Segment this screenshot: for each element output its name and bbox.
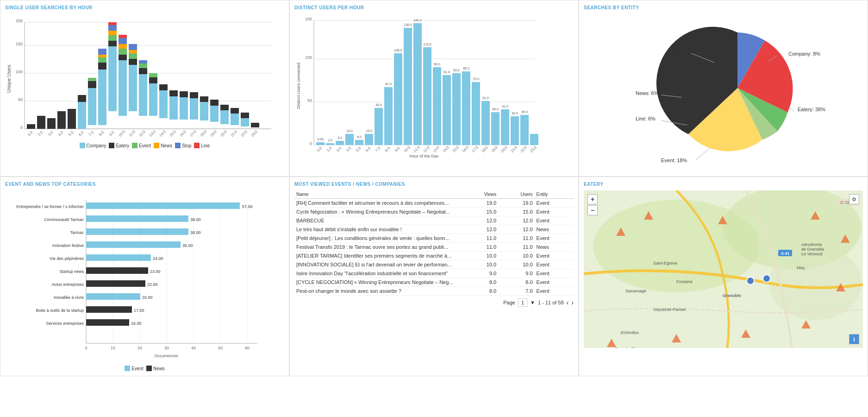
svg-text:106.0: 106.0 <box>394 49 402 52</box>
bar-chart-svg: Unique Users 0 50 100 150 200 <box>5 14 274 139</box>
svg-text:11.0: 11.0 <box>128 129 137 138</box>
svg-text:10: 10 <box>111 346 115 350</box>
svg-rect-17 <box>68 109 76 129</box>
map-zoom-controls[interactable]: + − <box>587 194 598 215</box>
row-name: [ATELIER TARMAC] Identifier ses premiers… <box>294 252 462 260</box>
svg-rect-67 <box>231 108 239 114</box>
event-news-categories-title: EVENT AND NEWS TOP CATEGORIES <box>5 182 284 187</box>
svg-text:15.0: 15.0 <box>169 129 177 138</box>
row-views: 9.0 <box>462 269 498 278</box>
svg-text:41.0: 41.0 <box>502 105 508 108</box>
svg-text:0: 0 <box>20 125 23 130</box>
svg-rect-123 <box>404 28 412 145</box>
svg-text:38.00: 38.00 <box>190 217 201 222</box>
svg-text:5.0: 5.0 <box>68 130 75 137</box>
row-entity: News <box>535 225 574 234</box>
svg-text:14.0: 14.0 <box>442 145 450 153</box>
svg-text:38.00: 38.00 <box>190 230 201 235</box>
svg-text:16.0: 16.0 <box>462 145 470 153</box>
col-users: Users <box>498 190 534 199</box>
svg-text:30: 30 <box>164 346 169 350</box>
svg-text:60: 60 <box>245 346 250 350</box>
row-views: 12.0 <box>462 216 498 225</box>
svg-rect-61 <box>200 96 208 102</box>
most-viewed-table-container: Name Views Users Entity [RH] Comment fac… <box>294 190 574 296</box>
distinct-users-title: DISTINCT USERS PER HOUR <box>294 5 574 10</box>
eatery-map: A 41 D 1090 Saint-Egreve Sassenage Seyss… <box>584 190 863 348</box>
svg-rect-227 <box>86 306 132 313</box>
row-users: 11.0 <box>498 234 534 243</box>
svg-rect-141 <box>491 112 500 145</box>
prev-page-btn[interactable]: ‹ <box>567 299 569 306</box>
svg-text:16.00: 16.00 <box>131 321 142 326</box>
svg-rect-29 <box>108 41 117 46</box>
svg-text:Animation festive: Animation festive <box>52 243 84 248</box>
svg-text:19.0: 19.0 <box>491 145 499 153</box>
svg-text:2.0: 2.0 <box>326 146 333 153</box>
col-name: Name <box>294 190 462 199</box>
svg-text:67.0: 67.0 <box>385 82 392 86</box>
most-viewed-title: MOST VIEWED EVENTS / NEWS / COMPANIES <box>294 182 574 187</box>
zoom-in-button[interactable]: + <box>587 194 598 204</box>
svg-rect-39 <box>119 35 127 38</box>
h-bar-svg: 0 10 20 30 40 50 60 Occurrences Entrepre… <box>5 190 283 362</box>
svg-rect-51 <box>149 73 157 77</box>
map-info-button[interactable]: i <box>849 334 859 344</box>
svg-text:3.0: 3.0 <box>336 146 343 153</box>
svg-text:News: 6%: News: 6% <box>636 90 659 96</box>
row-users: 10.0 <box>498 260 534 269</box>
legend-event-h-label: Event <box>131 366 144 371</box>
svg-rect-145 <box>511 116 519 145</box>
legend-line-color <box>194 143 200 148</box>
svg-rect-57 <box>180 91 188 97</box>
row-users: 9.0 <box>498 269 534 278</box>
legend-event-color <box>132 143 137 148</box>
distinct-users-chart: Distinct Users connected 0 50 100 150 3.… <box>294 14 574 158</box>
legend-event-h-color <box>125 366 130 371</box>
svg-text:13.0: 13.0 <box>346 129 353 133</box>
searches-by-entity-title: SEARCHES BY ENTITY <box>584 5 863 10</box>
svg-text:33.0: 33.0 <box>512 112 518 115</box>
svg-rect-113 <box>355 140 363 145</box>
row-entity: Event <box>535 252 574 260</box>
next-page-btn[interactable]: › <box>571 299 574 306</box>
svg-text:Occurrences: Occurrences <box>154 354 178 358</box>
svg-text:23.0: 23.0 <box>250 129 259 138</box>
svg-rect-44 <box>129 44 137 50</box>
eatery-map-title: EATERY <box>584 182 863 187</box>
svg-rect-22 <box>88 78 96 81</box>
row-users: 11.0 <box>498 243 534 252</box>
svg-text:13.0: 13.0 <box>149 129 157 138</box>
svg-text:35.0: 35.0 <box>521 110 528 114</box>
svg-text:19.0: 19.0 <box>210 129 218 138</box>
svg-text:17.00: 17.00 <box>134 308 144 313</box>
svg-text:Unique Users: Unique Users <box>6 65 12 93</box>
zoom-out-button[interactable]: − <box>587 205 598 215</box>
svg-rect-221 <box>86 280 145 287</box>
svg-text:85.0: 85.0 <box>463 67 469 70</box>
svg-line-184 <box>696 148 710 160</box>
svg-text:73.0: 73.0 <box>473 77 479 81</box>
svg-rect-125 <box>413 23 422 145</box>
map-background-svg: A 41 D 1090 Saint-Egreve Sassenage Seyss… <box>584 190 863 348</box>
page-dropdown-icon[interactable]: ▼ <box>530 300 535 305</box>
map-settings-button[interactable]: ⚙ <box>849 194 859 204</box>
svg-rect-149 <box>530 134 538 145</box>
svg-text:18.0: 18.0 <box>481 145 489 153</box>
svg-text:Boite à outils de la startup: Boite à outils de la startup <box>36 308 84 313</box>
row-entity: Event <box>535 208 574 216</box>
svg-rect-55 <box>169 90 178 96</box>
svg-rect-21 <box>88 81 96 88</box>
svg-text:22.0: 22.0 <box>240 129 249 138</box>
svg-text:136.0: 136.0 <box>404 23 412 26</box>
svg-rect-28 <box>108 46 117 111</box>
svg-text:18.0: 18.0 <box>200 129 208 138</box>
row-entity: Event <box>535 287 574 296</box>
svg-text:141.0: 141.0 <box>413 19 422 22</box>
row-entity: News <box>535 243 574 252</box>
distinct-users-panel: DISTINCT USERS PER HOUR Distinct Users c… <box>289 0 579 177</box>
svg-text:20: 20 <box>137 346 142 350</box>
svg-rect-20 <box>88 88 96 125</box>
svg-rect-68 <box>241 118 249 126</box>
svg-rect-33 <box>108 22 117 25</box>
